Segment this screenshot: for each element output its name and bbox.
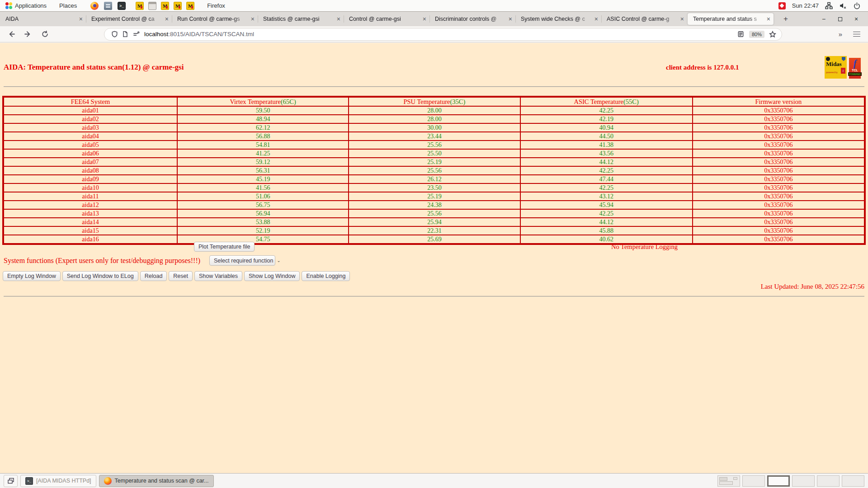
new-tab-button[interactable]: + bbox=[779, 12, 792, 26]
table-cell: 0x3350706 bbox=[693, 201, 865, 209]
table-row: aida0248.9428.0042.190x3350706 bbox=[3, 115, 865, 123]
tcl-logo-text: TCL bbox=[852, 69, 858, 72]
taskbar-window-button[interactable]: Temperature and status scan @ car... bbox=[99, 475, 214, 487]
action-button[interactable]: Show Variables bbox=[194, 271, 242, 281]
action-button[interactable]: Send Log Window to ELog bbox=[62, 271, 138, 281]
tab-close-icon[interactable]: × bbox=[767, 16, 770, 22]
shield-icon[interactable] bbox=[109, 28, 120, 40]
table-cell: 47.44 bbox=[520, 175, 693, 183]
table-cell: 0x3350706 bbox=[693, 132, 865, 141]
reload-button[interactable] bbox=[39, 28, 51, 40]
applications-menu[interactable]: Applications bbox=[13, 0, 48, 11]
browser-tab[interactable]: Experiment Control @ ca× bbox=[86, 12, 172, 26]
volume-muted-icon[interactable] bbox=[839, 2, 847, 9]
notification-badge-icon[interactable] bbox=[778, 2, 786, 9]
header-limit: (65C) bbox=[281, 98, 296, 105]
table-cell: 45.88 bbox=[520, 226, 693, 235]
table-cell: 40.94 bbox=[520, 123, 693, 132]
page-info-icon[interactable] bbox=[120, 28, 131, 40]
tab-title: System wide Checks @ c bbox=[521, 16, 593, 22]
network-icon[interactable] bbox=[825, 2, 833, 9]
action-button[interactable]: Empty Log Window bbox=[3, 271, 61, 281]
browser-tab[interactable]: Statistics @ carme-gsi× bbox=[258, 12, 344, 26]
browser-tab[interactable]: Temperature and status s× bbox=[688, 13, 774, 25]
action-button[interactable]: Reset bbox=[169, 271, 193, 281]
table-cell: 41.25 bbox=[177, 149, 349, 158]
zoom-level-chip[interactable]: 80% bbox=[749, 31, 764, 38]
bookmark-star-icon[interactable] bbox=[767, 28, 778, 40]
power-icon[interactable] bbox=[853, 2, 861, 9]
browser-tab[interactable]: Control @ carme-gsi× bbox=[344, 12, 429, 26]
table-row: aida0759.1225.1944.120x3350706 bbox=[3, 158, 865, 166]
app-menu-icon[interactable] bbox=[851, 28, 863, 40]
function-select[interactable]: Select required function⌄ bbox=[209, 255, 275, 266]
table-cell: 45.94 bbox=[520, 201, 693, 209]
clock[interactable]: Sun 22:47 bbox=[792, 2, 819, 9]
browser-tab[interactable]: AIDA× bbox=[0, 12, 86, 26]
action-button[interactable]: Reload bbox=[140, 271, 167, 281]
desktop: Applications Places >_ M M M M Firefox S… bbox=[0, 0, 868, 488]
tab-title: ASIC Control @ carme-g bbox=[607, 16, 679, 22]
tab-close-icon[interactable]: × bbox=[680, 16, 684, 22]
workspace-5[interactable] bbox=[817, 475, 840, 487]
table-cell: 44.12 bbox=[520, 218, 693, 226]
table-cell: 42.25 bbox=[520, 183, 693, 192]
permissions-icon[interactable] bbox=[131, 28, 142, 40]
places-menu[interactable]: Places bbox=[57, 0, 79, 11]
back-button[interactable] bbox=[5, 28, 17, 40]
forward-button[interactable] bbox=[22, 28, 33, 40]
midas-launcher-icon[interactable]: M bbox=[161, 2, 169, 10]
midas-launcher-icon[interactable]: M bbox=[136, 2, 144, 10]
browser-tab[interactable]: Run Control @ carme-gs× bbox=[172, 12, 258, 26]
workspace-2[interactable] bbox=[742, 475, 765, 487]
maximize-button[interactable] bbox=[834, 13, 846, 25]
tab-close-icon[interactable]: × bbox=[594, 16, 598, 22]
tab-close-icon[interactable]: × bbox=[165, 16, 169, 22]
overflow-menu-icon[interactable]: » bbox=[835, 28, 846, 40]
midas-launcher-icon[interactable]: M bbox=[186, 2, 194, 10]
midas-logo-tcl-box: t bbox=[841, 68, 845, 74]
table-cell: 25.19 bbox=[349, 192, 520, 201]
window-list-button[interactable] bbox=[4, 475, 18, 487]
action-button[interactable]: Enable Logging bbox=[302, 271, 350, 281]
taskbar-window-button[interactable]: >_[AIDA MIDAS HTTPd] bbox=[20, 475, 96, 487]
table-cell: 25.19 bbox=[349, 158, 520, 166]
midas-launcher-icon[interactable]: M bbox=[174, 2, 182, 10]
firefox-launcher-icon[interactable] bbox=[90, 2, 99, 10]
browser-tab[interactable]: Discriminator controls @× bbox=[429, 12, 515, 26]
table-cell: 25.56 bbox=[349, 209, 520, 218]
tcl-logo-subtext: POWERED bbox=[848, 72, 862, 76]
action-button[interactable]: Show Log Window bbox=[244, 271, 300, 281]
table-cell: 0x3350706 bbox=[693, 106, 865, 115]
workspace-3[interactable] bbox=[767, 475, 790, 487]
close-window-button[interactable]: × bbox=[850, 13, 863, 25]
tab-close-icon[interactable]: × bbox=[337, 16, 340, 22]
system-functions-label: System functions (Expert users only for … bbox=[4, 257, 200, 265]
workspace-4[interactable] bbox=[792, 475, 815, 487]
table-cell: 59.50 bbox=[177, 106, 349, 115]
tab-close-icon[interactable]: × bbox=[509, 16, 512, 22]
plot-temperature-button[interactable]: Plot Temperature file bbox=[194, 242, 255, 252]
terminal-launcher-icon[interactable]: >_ bbox=[118, 2, 126, 10]
table-cell: aida02 bbox=[3, 115, 177, 123]
url-bar[interactable]: localhost:8015/AIDA/TSCAN/TSCAN.tml 80% bbox=[104, 28, 782, 41]
browser-tab[interactable]: ASIC Control @ carme-g× bbox=[601, 12, 687, 26]
table-cell: 0x3350706 bbox=[693, 141, 865, 149]
window-launcher-icon[interactable] bbox=[148, 2, 156, 10]
table-cell: 43.12 bbox=[520, 192, 693, 201]
tab-close-icon[interactable]: × bbox=[251, 16, 255, 22]
table-cell: 0x3350706 bbox=[693, 209, 865, 218]
table-cell: 0x3350706 bbox=[693, 192, 865, 201]
reader-mode-icon[interactable] bbox=[736, 28, 746, 40]
tab-close-icon[interactable]: × bbox=[423, 16, 426, 22]
workspace-1[interactable] bbox=[717, 475, 740, 487]
workspace-6[interactable] bbox=[842, 475, 864, 487]
minimize-button[interactable]: − bbox=[817, 13, 830, 25]
browser-tab[interactable]: System wide Checks @ c× bbox=[515, 12, 601, 26]
table-cell: 25.56 bbox=[349, 141, 520, 149]
table-row: aida1151.0625.1943.120x3350706 bbox=[3, 192, 865, 201]
table-cell: 41.56 bbox=[177, 183, 349, 192]
files-launcher-icon[interactable] bbox=[104, 2, 112, 10]
tab-close-icon[interactable]: × bbox=[79, 16, 83, 22]
table-cell: 56.88 bbox=[177, 132, 349, 141]
